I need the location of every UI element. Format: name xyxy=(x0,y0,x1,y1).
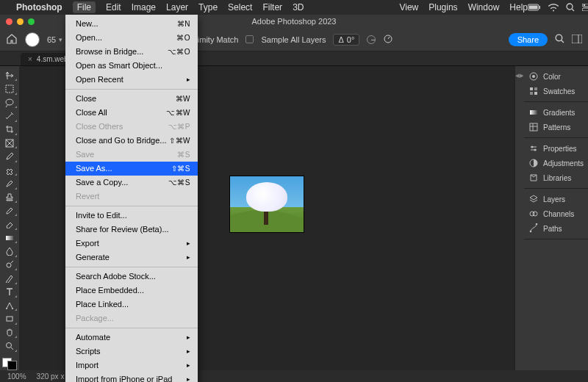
tool-move[interactable] xyxy=(1,69,18,82)
submenu-chevron-icon: ▸ xyxy=(187,346,190,357)
document-canvas[interactable] xyxy=(230,176,304,232)
menubar-filter[interactable]: Filter xyxy=(262,2,282,12)
menu-item-search-adobe-stock[interactable]: Search Adobe Stock... xyxy=(65,270,198,284)
tool-eyedrop[interactable] xyxy=(1,150,18,162)
panel-patterns[interactable]: Patterns xyxy=(524,120,588,134)
menu-item-close[interactable]: Close⌘W xyxy=(65,92,198,106)
panel-color[interactable]: Color xyxy=(524,69,588,84)
panel-gradients[interactable]: Gradients xyxy=(524,105,588,120)
menu-shortcut: ⌥⌘P xyxy=(168,121,190,132)
menubar-help[interactable]: Help xyxy=(509,2,528,12)
menubar-layer[interactable]: Layer xyxy=(166,2,188,12)
menu-item-open[interactable]: Open...⌘O xyxy=(65,31,198,45)
menu-item-share-for-review-beta[interactable]: Share for Review (Beta)... xyxy=(65,223,198,237)
brush-size[interactable]: 65▾ xyxy=(47,35,62,44)
menu-item-new[interactable]: New...⌘N xyxy=(65,17,198,31)
tool-zoom[interactable] xyxy=(1,339,18,352)
tool-brush[interactable] xyxy=(1,177,18,190)
menu-item-automate[interactable]: Automate▸ xyxy=(65,331,198,345)
menu-item-save-as[interactable]: Save As...⇧⌘S xyxy=(65,162,198,176)
menu-item-save-a-copy[interactable]: Save a Copy...⌥⌘S xyxy=(65,176,198,190)
tool-marquee[interactable] xyxy=(1,82,18,95)
menubar-view[interactable]: View xyxy=(399,2,418,12)
panel-libraries[interactable]: Libraries xyxy=(524,170,588,185)
svg-point-42 xyxy=(536,223,538,225)
minimize-window-icon[interactable] xyxy=(17,18,24,25)
zoom-level[interactable]: 100% xyxy=(7,372,26,381)
menubar-edit[interactable]: Edit xyxy=(106,2,121,12)
menu-item-place-embedded[interactable]: Place Embedded... xyxy=(65,284,198,298)
panel-properties[interactable]: Properties xyxy=(524,141,588,156)
menubar-file[interactable]: File xyxy=(73,1,96,13)
brush-preview[interactable] xyxy=(25,32,40,47)
tool-frame[interactable] xyxy=(1,137,18,149)
menubar-type[interactable]: Type xyxy=(198,2,218,12)
menubar-select[interactable]: Select xyxy=(228,2,252,12)
menu-item-place-linked[interactable]: Place Linked... xyxy=(65,298,198,311)
close-tab-icon[interactable]: × xyxy=(28,55,32,63)
close-window-icon[interactable] xyxy=(6,18,12,25)
expand-panels-icon[interactable]: ◂▸ xyxy=(515,71,524,80)
menubar-app[interactable]: Photoshop xyxy=(16,2,62,12)
menu-shortcut: ⌘N xyxy=(177,18,190,29)
tool-blur[interactable] xyxy=(1,245,18,257)
traffic-lights[interactable] xyxy=(6,18,35,25)
menu-item-scripts[interactable]: Scripts▸ xyxy=(65,345,198,358)
tool-crop[interactable] xyxy=(1,123,18,136)
sample-all-label[interactable]: Sample All Layers xyxy=(261,35,326,44)
tool-stamp[interactable] xyxy=(1,191,18,203)
menubar-plugins[interactable]: Plugins xyxy=(429,2,457,12)
panel-channels[interactable]: Channels xyxy=(524,206,588,221)
menu-item-close-and-go-to-bridge[interactable]: Close and Go to Bridge...⇧⌘W xyxy=(65,134,198,148)
color-swatches[interactable] xyxy=(2,358,17,370)
svg-rect-31 xyxy=(534,92,537,95)
swatch-icon xyxy=(528,86,539,96)
menubar-window[interactable]: Window xyxy=(468,2,500,12)
menu-item-import-from-iphone-or-ipad[interactable]: Import from iPhone or iPad▸ xyxy=(65,372,198,382)
menu-item-generate[interactable]: Generate▸ xyxy=(65,251,198,264)
menu-item-close-all[interactable]: Close All⌥⌘W xyxy=(65,106,198,120)
tool-pen[interactable] xyxy=(1,272,18,284)
menubar-image[interactable]: Image xyxy=(132,2,156,12)
pressure-icon[interactable] xyxy=(383,34,393,46)
tool-rect[interactable] xyxy=(1,312,18,325)
panel-paths[interactable]: Paths xyxy=(524,221,588,236)
menu-item-invite-to-edit[interactable]: Invite to Edit... xyxy=(65,209,198,223)
panel-swatches[interactable]: Swatches xyxy=(524,84,588,98)
menubar-3d[interactable]: 3D xyxy=(293,2,304,12)
panel-adjustments[interactable]: Adjustments xyxy=(524,156,588,170)
panel-group: PropertiesAdjustmentsLibraries xyxy=(524,138,588,189)
tool-gradient[interactable] xyxy=(1,231,18,244)
tool-eraser[interactable] xyxy=(1,217,18,230)
background-color[interactable] xyxy=(7,361,17,370)
search-icon[interactable] xyxy=(566,3,575,12)
wifi-icon[interactable] xyxy=(548,4,559,12)
menu-item-open-recent[interactable]: Open Recent▸ xyxy=(65,73,198,87)
share-button[interactable]: Share xyxy=(509,33,548,46)
control-center-icon[interactable] xyxy=(582,4,588,11)
tool-type[interactable] xyxy=(1,286,18,298)
search-workspace-icon[interactable] xyxy=(555,34,564,45)
home-icon[interactable] xyxy=(6,33,18,46)
workspace-icon[interactable] xyxy=(572,35,582,45)
panel-layers[interactable]: Layers xyxy=(524,192,588,206)
panel-label: Channels xyxy=(543,210,574,218)
tool-history[interactable] xyxy=(1,204,18,217)
menu-item-open-as-smart-object[interactable]: Open as Smart Object... xyxy=(65,59,198,73)
sample-all-checkbox[interactable] xyxy=(245,35,254,43)
tool-wand[interactable] xyxy=(1,109,18,122)
zoom-window-icon[interactable] xyxy=(28,18,35,25)
menu-item-browse-in-bridge[interactable]: Browse in Bridge...⌥⌘O xyxy=(65,45,198,59)
tool-heal[interactable] xyxy=(1,164,18,176)
brush-angle-field[interactable]: Δ 0° xyxy=(333,34,359,46)
battery-icon[interactable] xyxy=(528,4,541,11)
tool-hand[interactable] xyxy=(1,326,18,339)
menu-item-export[interactable]: Export▸ xyxy=(65,237,198,251)
tool-path[interactable] xyxy=(1,299,18,311)
angle-dial[interactable] xyxy=(367,35,376,44)
tool-lasso[interactable] xyxy=(1,96,18,109)
tool-dodge[interactable] xyxy=(1,259,18,271)
menu-separator xyxy=(65,328,198,328)
menu-item-label: Place Embedded... xyxy=(76,285,144,296)
menu-item-import[interactable]: Import▸ xyxy=(65,358,198,372)
